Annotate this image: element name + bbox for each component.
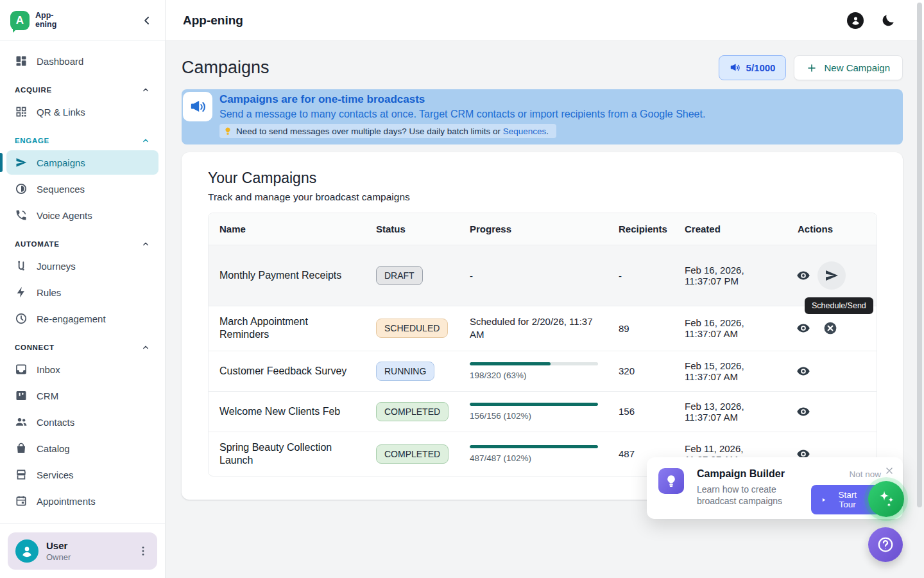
sidebar-item-label: Appointments <box>37 496 96 507</box>
eye-icon <box>796 405 810 419</box>
column-header-name: Name <box>209 213 365 245</box>
sidebar-item-label: Journeys <box>37 261 76 272</box>
view-button[interactable] <box>791 399 816 425</box>
chevron-up-icon <box>141 136 150 145</box>
progress-label: 487/487 (102%) <box>470 453 597 463</box>
user-card[interactable]: User Owner <box>8 532 157 570</box>
sidebar-section-automate[interactable]: AUTOMATE <box>6 234 158 254</box>
send-icon <box>824 268 839 283</box>
created-cell: Feb 15, 2026, 11:37:07 AM <box>674 351 787 391</box>
table-header-row: NameStatusProgressRecipientsCreatedActio… <box>209 213 877 245</box>
megaphone-icon <box>730 62 740 73</box>
sidebar-logo-row: A App- ening <box>0 0 165 41</box>
actions-cell <box>787 310 877 346</box>
view-button[interactable] <box>791 315 816 341</box>
lightbulb-icon <box>664 474 678 488</box>
sidebar-item-journeys[interactable]: Journeys <box>6 254 158 278</box>
created-cell: Feb 16, 2026, 11:37:07 AM <box>674 308 787 348</box>
actions-cell <box>787 394 877 430</box>
table-row: Customer Feedback SurveyRUNNING198/320 (… <box>209 351 877 391</box>
page-title: Campaigns <box>182 58 270 78</box>
sparkles-icon <box>876 489 896 509</box>
topbar-icons <box>847 12 896 29</box>
sidebar-collapse-button[interactable] <box>141 14 153 27</box>
eye-icon <box>796 268 810 283</box>
campaign-quota-badge[interactable]: 5/1000 <box>719 55 787 80</box>
campaign-name: Monthly Payment Receipts <box>209 260 365 291</box>
sidebar-item-label: Re-engagement <box>37 313 106 324</box>
progress-bar <box>470 362 598 365</box>
phone-icon <box>15 209 28 222</box>
progress-label: 156/156 (102%) <box>470 411 597 421</box>
sidebar-section-acquire[interactable]: ACQUIRE <box>6 80 158 100</box>
banner-megaphone-box <box>183 92 212 121</box>
sidebar-section-engage[interactable]: ENGAGE <box>6 131 158 150</box>
progress-bar <box>470 445 598 448</box>
sidebar-item-appointments[interactable]: Appointments <box>6 489 158 513</box>
table-row: Welcome New Clients FebCOMPLETED156/156 … <box>209 391 877 432</box>
status-badge: DRAFT <box>376 266 423 285</box>
sidebar-item-crm[interactable]: CRM <box>6 383 158 408</box>
created-cell: Feb 13, 2026, 11:37:07 AM <box>674 392 787 432</box>
account-button[interactable] <box>847 12 864 29</box>
scrollbar-thumb[interactable] <box>917 3 922 507</box>
recipients-cell: - <box>608 261 674 290</box>
sidebar-item-label: Contacts <box>37 417 74 428</box>
table-row: March Appointment RemindersSCHEDULEDSche… <box>209 306 877 351</box>
sidebar-section-connect[interactable]: CONNECT <box>6 338 158 357</box>
sidebar-item-qr-links[interactable]: QR & Links <box>6 100 158 124</box>
sidebar-item-inbox[interactable]: Inbox <box>6 357 158 381</box>
progress-cell: 487/487 (102%) <box>459 436 608 472</box>
sidebar-item-dashboard[interactable]: Dashboard <box>6 49 158 73</box>
person-icon <box>20 544 34 558</box>
help-icon <box>877 536 894 554</box>
banner-description: Send a message to many contacts at once.… <box>219 109 705 120</box>
ai-assistant-fab[interactable] <box>868 481 904 517</box>
section-label: ACQUIRE <box>15 86 52 94</box>
sidebar-item-label: Sequences <box>37 184 85 195</box>
x-circle-icon <box>823 321 837 335</box>
view-button[interactable] <box>791 263 816 288</box>
sidebar-item-sequences[interactable]: Sequences <box>6 177 158 201</box>
dashboard-icon <box>15 55 28 67</box>
schedule-send-button[interactable] <box>817 261 846 290</box>
view-button[interactable] <box>791 358 816 384</box>
app-logo-icon: A <box>10 11 30 30</box>
status-cell: DRAFT <box>365 257 459 294</box>
sidebar-item-label: Rules <box>37 287 61 298</box>
banner-tip: Need to send messages over multiple days… <box>219 124 556 138</box>
progress-bar-fill <box>470 445 598 448</box>
not-now-button[interactable]: Not now <box>849 468 881 479</box>
column-header-recipients: Recipients <box>608 213 674 245</box>
sidebar-item-campaigns[interactable]: Campaigns <box>6 150 158 175</box>
new-campaign-label: New Campaign <box>824 62 890 73</box>
popup-close-button[interactable] <box>884 466 894 476</box>
column-header-status: Status <box>365 213 459 245</box>
campaign-name: Welcome New Clients Feb <box>209 396 365 427</box>
table-row: Monthly Payment ReceiptsDRAFT--Feb 16, 2… <box>209 245 877 306</box>
avatar <box>15 539 38 563</box>
card-title: Your Campaigns <box>208 170 877 187</box>
user-menu-button[interactable] <box>137 545 150 557</box>
cancel-button[interactable] <box>817 315 843 341</box>
topbar-title: App-ening <box>183 13 243 28</box>
new-campaign-button[interactable]: New Campaign <box>794 55 903 80</box>
status-cell: COMPLETED <box>365 393 459 430</box>
sidebar-item-label: QR & Links <box>37 107 85 118</box>
sidebar-item-voice-agents[interactable]: Voice Agents <box>6 203 158 227</box>
progress-cell: 198/320 (63%) <box>459 353 608 389</box>
contacts-icon <box>15 416 28 428</box>
sidebar-item-re-engagement[interactable]: Re-engagement <box>6 306 158 331</box>
dark-mode-toggle[interactable] <box>880 13 896 28</box>
sidebar-item-rules[interactable]: Rules <box>6 280 158 304</box>
sidebar-item-services[interactable]: Services <box>6 462 158 487</box>
campaigns-table: NameStatusProgressRecipientsCreatedActio… <box>208 213 877 477</box>
megaphone-icon <box>189 98 207 116</box>
sidebar-item-catalog[interactable]: Catalog <box>6 436 158 460</box>
help-fab[interactable] <box>868 527 903 562</box>
sequences-link[interactable]: Sequences <box>503 127 547 136</box>
created-cell: Feb 16, 2026, 11:37:07 PM <box>674 256 787 295</box>
sidebar-item-contacts[interactable]: Contacts <box>6 410 158 434</box>
qr-code-icon <box>15 105 28 118</box>
play-icon <box>821 496 826 504</box>
